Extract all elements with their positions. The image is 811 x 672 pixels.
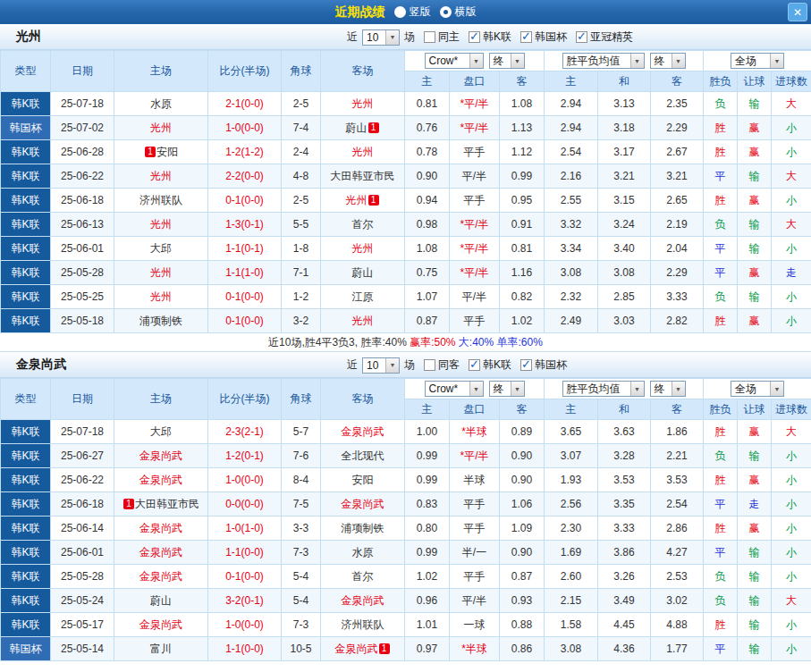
- checkbox-checked-icon[interactable]: ✓: [469, 359, 480, 371]
- team-link[interactable]: 大田韩亚市民: [135, 498, 199, 510]
- checkbox-unchecked-icon[interactable]: [424, 31, 435, 43]
- team-link[interactable]: 金泉尚武: [139, 522, 182, 534]
- handicap-value: 平手: [450, 517, 500, 541]
- scope-select[interactable]: 全场▼: [731, 53, 784, 69]
- team-link[interactable]: 金泉尚武: [139, 449, 182, 462]
- chevron-down-icon: ▼: [385, 358, 399, 373]
- league-type-label: 韩K联: [11, 522, 39, 534]
- team-link[interactable]: 浦项制铁: [342, 522, 384, 534]
- team-link[interactable]: 安阳: [352, 474, 374, 486]
- layout-option-horizontal[interactable]: 横版: [440, 4, 477, 20]
- checkbox-checked-icon[interactable]: ✓: [520, 31, 532, 43]
- match-count-select[interactable]: 10▼: [362, 29, 400, 46]
- league-filter-checkbox[interactable]: ✓韩国杯: [520, 357, 567, 373]
- layout-option-vertical[interactable]: 竖版: [394, 4, 431, 20]
- same-side-checkbox[interactable]: 同客: [424, 357, 460, 373]
- check-icon: ✓: [521, 29, 531, 43]
- team-link[interactable]: 金泉尚武: [335, 643, 378, 655]
- team-link[interactable]: 光州: [150, 218, 172, 231]
- team-link[interactable]: 光州: [150, 290, 172, 303]
- odds-value: 0.75: [405, 261, 450, 285]
- team-link[interactable]: 大邱: [150, 242, 172, 255]
- team-link[interactable]: 金泉尚武: [139, 618, 182, 631]
- check-icon: ✓: [469, 357, 479, 371]
- league-filter-checkbox[interactable]: ✓韩K联: [469, 357, 511, 373]
- team-link[interactable]: 金泉尚武: [342, 498, 384, 510]
- away-team-cell: 首尔: [321, 213, 405, 237]
- team-link[interactable]: 光州: [150, 122, 172, 134]
- match-row: 韩K联25-05-28光州1-1(1-0)7-1蔚山0.75*平/半1.163.…: [1, 261, 811, 285]
- team-link[interactable]: 全北现代: [342, 449, 384, 462]
- scope-select[interactable]: 全场▼: [731, 381, 784, 397]
- checkbox-checked-icon[interactable]: ✓: [576, 31, 587, 43]
- team-link[interactable]: 富川: [150, 643, 172, 655]
- close-button[interactable]: ✕: [788, 3, 807, 21]
- team-link[interactable]: 光州: [352, 97, 374, 110]
- result-goals: 小: [772, 468, 811, 492]
- league-filter-checkbox[interactable]: ✓韩国杯: [520, 29, 567, 45]
- odds-time-select[interactable]: 终▼: [489, 53, 525, 69]
- away-team-cell: 安阳: [321, 468, 405, 492]
- team-link[interactable]: 济州联队: [342, 618, 384, 631]
- team-link[interactable]: 水原: [352, 546, 374, 559]
- team-link[interactable]: 光州: [150, 266, 172, 279]
- team-link[interactable]: 济州联队: [139, 194, 182, 206]
- handicap-value: 平/半: [450, 285, 500, 309]
- odds-value: 0.89: [500, 420, 545, 444]
- radio-button-icon[interactable]: [394, 6, 406, 18]
- team-link[interactable]: 蔚山: [352, 266, 374, 279]
- score-halftime: 0-1(0-0): [208, 285, 282, 309]
- avg-type-select[interactable]: 胜平负均值▼: [562, 381, 645, 397]
- radio-button-icon[interactable]: [440, 6, 452, 18]
- team-link[interactable]: 金泉尚武: [139, 546, 182, 559]
- away-team-cell: 济州联队: [321, 613, 405, 637]
- team-link[interactable]: 浦项制铁: [139, 315, 182, 327]
- match-count-select[interactable]: 10▼: [362, 357, 400, 374]
- team-link[interactable]: 大邱: [150, 425, 172, 438]
- col-subheader-avg_home: 主: [545, 399, 598, 420]
- team-link[interactable]: 金泉尚武: [139, 570, 182, 583]
- away-team-cell: 全北现代: [321, 444, 405, 468]
- checkbox-checked-icon[interactable]: ✓: [469, 31, 480, 43]
- team-link[interactable]: 蔚山: [150, 594, 172, 607]
- result-handicap: 赢: [738, 420, 772, 444]
- odds-source-select[interactable]: Crow*▼: [425, 53, 484, 69]
- league-filter-checkbox[interactable]: ✓亚冠精英: [576, 29, 633, 45]
- team-link[interactable]: 金泉尚武: [139, 474, 182, 486]
- team-link[interactable]: 光州: [346, 194, 367, 206]
- match-row: 韩K联25-07-18大邱2-3(2-1)5-7金泉尚武1.00*半球0.893…: [1, 420, 811, 444]
- team-link[interactable]: 光州: [150, 170, 172, 182]
- chevron-down-icon: ▼: [469, 382, 483, 396]
- team-link[interactable]: 光州: [352, 146, 374, 158]
- home-team-cell: 金泉尚武: [114, 444, 208, 468]
- team-link[interactable]: 水原: [150, 97, 172, 110]
- corner-count: 7-4: [282, 116, 321, 140]
- team-link[interactable]: 首尔: [352, 570, 374, 583]
- odds-time-select[interactable]: 终▼: [489, 381, 525, 397]
- layout-vertical-label: 竖版: [410, 4, 431, 20]
- team-link[interactable]: 光州: [352, 315, 374, 327]
- home-team-cell: 大邱: [114, 237, 208, 261]
- avg-time-select[interactable]: 终▼: [650, 53, 686, 69]
- checkbox-checked-icon[interactable]: ✓: [520, 359, 532, 371]
- match-row: 韩K联25-05-28金泉尚武0-1(0-0)5-4首尔1.02平手0.872.…: [1, 565, 811, 589]
- league-filter-checkbox[interactable]: ✓韩K联: [469, 29, 511, 45]
- avg-odds-value: 4.88: [651, 613, 704, 637]
- team-link[interactable]: 蔚山: [346, 122, 367, 134]
- team-link[interactable]: 光州: [352, 242, 374, 255]
- team-link[interactable]: 首尔: [352, 218, 374, 231]
- col-header-corner: 角球: [282, 379, 321, 420]
- checkbox-unchecked-icon[interactable]: [424, 359, 435, 371]
- result-wdl: 胜: [704, 613, 738, 637]
- odds-source-select[interactable]: Crow*▼: [425, 381, 484, 397]
- team-link[interactable]: 大田韩亚市民: [331, 170, 395, 182]
- team-link[interactable]: 江原: [352, 290, 374, 303]
- match-date: 25-06-01: [51, 237, 114, 261]
- same-side-checkbox[interactable]: 同主: [424, 29, 460, 45]
- avg-time-select[interactable]: 终▼: [650, 381, 686, 397]
- team-link[interactable]: 金泉尚武: [342, 594, 384, 607]
- avg-type-select[interactable]: 胜平负均值▼: [562, 53, 645, 69]
- team-link[interactable]: 安阳: [156, 146, 178, 158]
- team-link[interactable]: 金泉尚武: [342, 425, 384, 438]
- scope-filter-cell: 全场▼: [704, 379, 811, 399]
